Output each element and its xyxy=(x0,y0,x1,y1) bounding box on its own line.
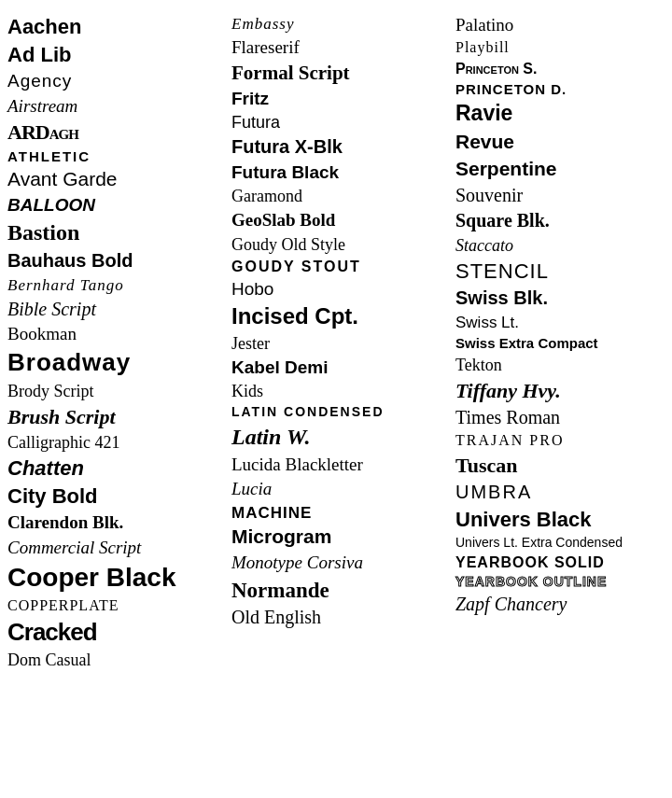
font-item-souvenir: Souvenir xyxy=(455,184,665,208)
font-item-universlt: Univers Lt. Extra Condensed xyxy=(455,535,665,552)
font-item-princetons: Princeton S. xyxy=(455,60,665,78)
font-item-brody: Brody Script xyxy=(7,381,217,402)
column-col1: AachenAd LibAgencyAirstreamARDaghATHLETI… xyxy=(0,9,224,676)
font-item-commercial: Commercial Script xyxy=(7,537,217,559)
font-item-formalscript: Formal Script xyxy=(231,61,441,86)
font-item-calligraphic: Calligraphic 421 xyxy=(7,432,217,454)
font-item-oldenglish: Old English xyxy=(231,606,441,630)
font-item-copperplate: Copperplate xyxy=(7,596,217,615)
font-item-bauhaus: Bauhaus Bold xyxy=(7,249,217,273)
font-list: AachenAd LibAgencyAirstreamARDaghATHLETI… xyxy=(0,9,672,676)
font-item-squareblk: Square Blk. xyxy=(455,209,665,233)
font-item-yearbooksolid: YEARBOOK SOLID xyxy=(455,553,665,572)
font-item-hobo: Hobo xyxy=(231,278,441,301)
font-item-latinw: Latin W. xyxy=(231,423,441,452)
font-item-machine: MACHINE xyxy=(231,503,441,524)
font-item-trajan: TRAJAN PRO xyxy=(455,431,665,450)
font-item-airstream: Airstream xyxy=(7,95,217,118)
font-item-bookman: Bookman xyxy=(7,323,217,345)
font-item-bernhard: Bernhard Tango xyxy=(7,275,217,296)
font-item-embassy: Embassy xyxy=(231,14,441,35)
font-item-garamond: Garamond xyxy=(231,186,441,207)
column-col2: EmbassyFlareserifFormal ScriptFritzFutur… xyxy=(224,9,448,676)
font-item-brushscript: Brush Script xyxy=(7,404,217,430)
font-item-geoslab: GeoSlab Bold xyxy=(231,209,441,231)
font-item-domcasual: Dom Casual xyxy=(7,650,217,671)
font-item-tuscan: Tuscan xyxy=(455,453,665,479)
font-item-staccato: Staccato xyxy=(455,235,665,257)
font-item-playbill: Playbill xyxy=(455,38,665,57)
font-item-microgram: Microgram xyxy=(231,525,441,550)
font-item-bastion: Bastion xyxy=(7,218,217,247)
font-item-goudystout: GOUDY STOUT xyxy=(231,258,441,276)
font-item-kabeldemi: Kabel Demi xyxy=(231,357,441,379)
font-item-tiffany: Tiffany Hvy. xyxy=(455,378,665,404)
font-item-avantgarde: Avant Garde xyxy=(7,167,217,192)
font-item-lucidabl: Lucida Blackletter xyxy=(231,454,441,476)
font-item-serpentine: Serpentine xyxy=(455,157,665,182)
font-item-swisslt: Swiss Lt. xyxy=(455,313,665,333)
font-item-cracked: Cracked xyxy=(7,617,217,648)
font-item-palatino: Palatino xyxy=(455,14,665,36)
font-item-revue: Revue xyxy=(455,130,665,155)
font-item-broadway: Broadway xyxy=(7,347,217,378)
font-item-biblescript: Bible Script xyxy=(7,298,217,322)
font-item-aachen: Aachen xyxy=(7,14,217,40)
font-item-princetond: PRINCETON D. xyxy=(455,80,665,98)
font-item-chatten: Chatten xyxy=(7,455,217,482)
font-item-futuraxblk: Futura X-Blk xyxy=(231,135,441,160)
font-item-adlib: Ad Lib xyxy=(7,42,217,68)
font-item-citybold: City Bold xyxy=(7,483,217,510)
font-item-yearbookoutline: YEARBOOK OUTLINE xyxy=(455,574,665,591)
font-item-ardagh: ARDagh xyxy=(7,119,217,146)
font-item-fritz: Fritz xyxy=(231,88,441,110)
font-item-goudy: Goudy Old Style xyxy=(231,234,441,256)
font-item-clarendon: Clarendon Blk. xyxy=(7,511,217,534)
font-item-swissblk: Swiss Blk. xyxy=(455,287,665,311)
font-item-stencil: STENCIL xyxy=(455,259,665,285)
font-item-ravie: Ravie xyxy=(455,100,665,127)
font-item-swissextra: Swiss Extra Compact xyxy=(455,334,665,352)
font-item-kids: Kids xyxy=(231,381,441,402)
column-col3: PalatinoPlaybillPrinceton S.PRINCETON D.… xyxy=(448,9,672,676)
font-item-tekton: Tekton xyxy=(455,355,665,376)
font-item-agency: Agency xyxy=(7,70,217,92)
font-item-timesroman: Times Roman xyxy=(455,406,665,430)
font-item-universblack: Univers Black xyxy=(455,507,665,533)
font-item-athletic: ATHLETIC xyxy=(7,147,217,165)
font-item-balloon: BALLOON xyxy=(7,194,217,217)
font-item-lucia: Lucia xyxy=(231,478,441,500)
font-item-latincondensed: LATIN CONDENSED xyxy=(231,404,441,421)
font-item-monotype: Monotype Corsiva xyxy=(231,552,441,574)
font-item-incised: Incised Cpt. xyxy=(231,302,441,331)
font-item-jester: Jester xyxy=(231,333,441,355)
font-item-zapf: Zapf Chancery xyxy=(455,593,665,617)
font-item-futurablack: Futura Black xyxy=(231,161,441,184)
font-item-umbra: UMBRA xyxy=(455,481,665,505)
font-item-flareserif: Flareserif xyxy=(231,36,441,59)
font-item-cooperblack: Cooper Black xyxy=(7,561,217,595)
font-item-futura: Futura xyxy=(231,112,441,133)
font-item-normande: Normande xyxy=(231,577,441,604)
